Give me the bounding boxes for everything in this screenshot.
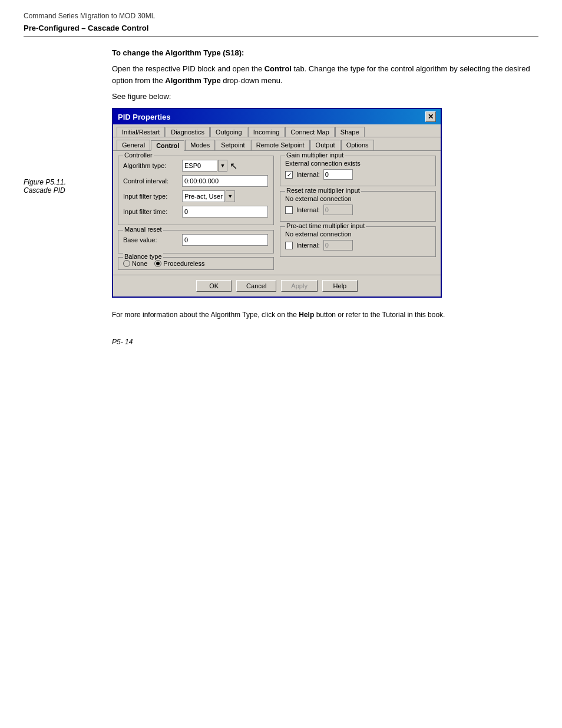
tabs-row-1: Initial/Restart Diagnostics Outgoing Inc… <box>113 124 441 137</box>
algorithm-type-bold: Algorithm Type <box>165 76 220 85</box>
left-panel: Controller Algorithm type: ESP0 ▼ ↖ <box>118 156 274 270</box>
tab-outgoing[interactable]: Outgoing <box>210 127 247 137</box>
apply-button[interactable]: Apply <box>281 280 318 292</box>
algorithm-type-field[interactable]: ESP0 ▼ <box>182 160 227 172</box>
none-radio[interactable] <box>123 260 130 267</box>
controller-group-title: Controller <box>123 151 154 159</box>
reset-internal-input[interactable] <box>323 205 353 215</box>
page-number: P5- 14 <box>112 338 538 346</box>
figure-label: Figure P5.11. <box>24 178 100 186</box>
input-filter-time-row: Input filter time: <box>123 206 269 218</box>
reset-internal-checkbox[interactable] <box>285 206 293 214</box>
help-bold: Help <box>299 311 314 319</box>
dialog-titlebar: PID Properties ✕ <box>113 109 441 124</box>
close-button[interactable]: ✕ <box>425 111 436 122</box>
section-title: To change the Algorithm Type (S18): <box>112 48 538 57</box>
gain-internal-row: ✓ Internal: <box>285 169 431 180</box>
tab-shape[interactable]: Shape <box>335 127 365 137</box>
body-text-3: drop-down menu. <box>221 76 283 85</box>
algorithm-type-label: Algorithm type: <box>123 162 182 169</box>
cancel-button[interactable]: Cancel <box>236 280 276 292</box>
tab-general[interactable]: General <box>117 140 150 150</box>
input-filter-type-value: Pre-act, User <box>182 190 225 202</box>
input-filter-time-input[interactable] <box>182 206 268 218</box>
reset-rate-no-ext-label: No external connection <box>285 195 431 202</box>
algorithm-type-row: Algorithm type: ESP0 ▼ ↖ <box>123 160 269 172</box>
tab-modes[interactable]: Modes <box>185 140 215 150</box>
cursor-arrow: ↖ <box>230 160 237 172</box>
tab-options[interactable]: Options <box>341 140 374 150</box>
procedureless-radio[interactable] <box>154 260 161 267</box>
doc-header: Command Series Migration to MOD 30ML <box>24 12 538 20</box>
tab-setpoint[interactable]: Setpoint <box>216 140 250 150</box>
procedureless-label: Procedureless <box>163 260 204 267</box>
pid-properties-dialog: PID Properties ✕ Initial/Restart Diagnos… <box>112 108 442 298</box>
base-value-label: Base value: <box>123 236 182 243</box>
tab-connect-map[interactable]: Connect Map <box>285 127 334 137</box>
algorithm-type-arrow[interactable]: ▼ <box>218 160 227 172</box>
doc-subtitle: Pre-Configured – Cascade Control <box>24 24 538 32</box>
controller-group: Controller Algorithm type: ESP0 ▼ ↖ <box>118 156 274 225</box>
see-figure: See figure below: <box>112 92 538 101</box>
body-paragraph: Open the respective PID block and open t… <box>112 63 538 86</box>
ok-button[interactable]: OK <box>196 280 232 292</box>
preact-time-title: Pre-act time multiplier input <box>285 222 366 229</box>
reset-internal-label: Internal: <box>296 206 320 213</box>
input-filter-type-field[interactable]: Pre-act, User ▼ <box>182 190 235 202</box>
none-label: None <box>132 260 147 267</box>
balance-type-options: None Procedureless <box>123 260 269 267</box>
footer-paragraph: For more information about the Algorithm… <box>112 309 538 320</box>
divider <box>24 36 538 37</box>
base-value-input[interactable] <box>182 234 268 246</box>
main-content: Figure P5.11. Cascade PID To change the … <box>24 48 538 346</box>
manual-reset-title: Manual reset <box>123 226 163 233</box>
dialog-body: Controller Algorithm type: ESP0 ▼ ↖ <box>113 151 441 275</box>
reset-rate-title: Reset rate multiplier input <box>285 187 361 194</box>
none-option[interactable]: None <box>123 260 147 267</box>
footer-text-2: button or refer to the Tutorial in this … <box>314 311 445 319</box>
page: Command Series Migration to MOD 30ML Pre… <box>24 12 538 346</box>
procedureless-option[interactable]: Procedureless <box>154 260 204 267</box>
dialog-footer: OK Cancel Apply Help <box>113 275 441 297</box>
input-filter-type-arrow[interactable]: ▼ <box>226 190 235 202</box>
tab-remote-setpoint[interactable]: Remote Setpoint <box>251 140 310 150</box>
balance-type-title: Balance type <box>123 253 163 260</box>
reset-rate-group: Reset rate multiplier input No external … <box>280 191 436 222</box>
side-caption: Figure P5.11. Cascade PID <box>24 48 100 346</box>
control-bold: Control <box>265 64 292 73</box>
preact-internal-input[interactable] <box>323 240 353 251</box>
help-button[interactable]: Help <box>322 280 358 292</box>
preact-internal-label: Internal: <box>296 242 320 249</box>
content-area: To change the Algorithm Type (S18): Open… <box>112 48 538 346</box>
right-panel: Gain multiplier input External connectio… <box>280 156 436 270</box>
preact-internal-row: Internal: <box>285 240 431 251</box>
tab-diagnostics[interactable]: Diagnostics <box>166 127 210 137</box>
body-text-1: Open the respective PID block and open t… <box>112 64 265 73</box>
preact-internal-checkbox[interactable] <box>285 242 293 249</box>
gain-internal-checkbox[interactable]: ✓ <box>285 171 293 179</box>
gain-internal-input[interactable] <box>323 169 353 180</box>
tab-incoming[interactable]: Incoming <box>248 127 285 137</box>
control-interval-label: Control interval: <box>123 177 182 185</box>
input-filter-type-row: Input filter type: Pre-act, User ▼ <box>123 190 269 202</box>
preact-time-group: Pre-act time multiplier input No externa… <box>280 226 436 257</box>
control-interval-input[interactable] <box>182 175 268 187</box>
tabs-row-2: General Control Modes Setpoint Remote Se… <box>113 137 441 151</box>
algorithm-type-value: ESP0 <box>182 160 217 172</box>
tab-initial-restart[interactable]: Initial/Restart <box>117 127 165 137</box>
tab-control[interactable]: Control <box>151 140 184 151</box>
input-filter-type-label: Input filter type: <box>123 193 182 200</box>
gain-multiplier-title: Gain multiplier input <box>285 151 345 159</box>
control-interval-row: Control interval: <box>123 175 269 187</box>
gain-multiplier-group: Gain multiplier input External connectio… <box>280 156 436 186</box>
gain-internal-label: Internal: <box>296 171 320 178</box>
tab-output[interactable]: Output <box>310 140 340 150</box>
figure-caption: Cascade PID <box>24 186 100 195</box>
preact-no-ext-label: No external connection <box>285 230 431 238</box>
manual-reset-group: Manual reset Base value: <box>118 230 274 253</box>
reset-internal-row: Internal: <box>285 205 431 215</box>
ext-conn-exists-label: External connection exists <box>285 160 431 167</box>
footer-text-1: For more information about the Algorithm… <box>112 311 299 319</box>
base-value-row: Base value: <box>123 234 269 246</box>
balance-type-group: Balance type None Procedureless <box>118 257 274 270</box>
